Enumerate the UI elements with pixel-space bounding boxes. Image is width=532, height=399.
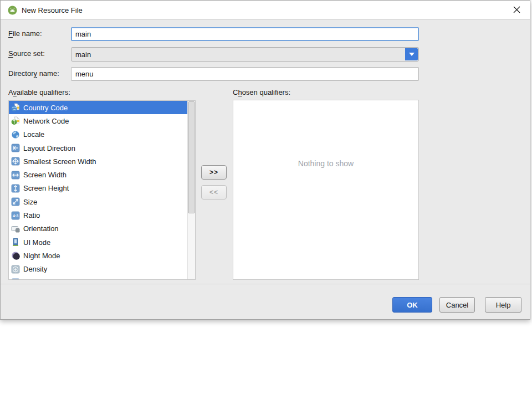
touch-screen-icon (11, 278, 20, 279)
ok-button[interactable]: OK (392, 297, 432, 313)
qualifier-list-item[interactable]: Screen Height (9, 182, 187, 195)
add-qualifier-button[interactable]: >> (201, 165, 227, 180)
directory-name-label: Directory name: (8, 69, 59, 78)
qualifier-list-item[interactable]: Night Mode (9, 249, 187, 262)
orientation-icon (11, 224, 20, 233)
help-button[interactable]: Help (485, 297, 521, 313)
qualifier-label: Night Mode (23, 252, 60, 260)
new-resource-file-dialog: New Resource File File name: Source set:… (0, 0, 530, 320)
chosen-qualifiers-panel: Nothing to show (233, 100, 419, 280)
qualifier-list-item[interactable]: Size (9, 195, 187, 208)
qualifier-list-item[interactable]: Network Code (9, 114, 187, 127)
qualifier-list-item[interactable]: Country Code (9, 101, 187, 114)
qualifier-label: Layout Direction (23, 144, 75, 152)
source-set-value: main (75, 50, 91, 59)
remove-qualifier-button[interactable]: << (201, 185, 227, 200)
chevron-down-icon (409, 53, 415, 56)
dialog-titlebar: New Resource File (1, 1, 530, 20)
scrollbar-thumb[interactable] (188, 101, 195, 213)
qualifier-label: Orientation (23, 224, 59, 233)
qualifier-list-item[interactable]: Screen Width (9, 168, 187, 181)
qualifier-list-item[interactable]: UI Mode (9, 236, 187, 249)
screen-height-icon (11, 184, 20, 193)
qualifier-list-item[interactable]: Density (9, 263, 187, 276)
directory-name-input[interactable] (71, 67, 419, 81)
file-name-label: File name: (8, 29, 42, 38)
qualifier-label: UI Mode (23, 238, 50, 247)
available-qualifiers-label: Available qualifiers: (8, 88, 70, 96)
ui-mode-icon (11, 238, 20, 247)
qualifier-list-item[interactable]: Orientation (9, 222, 187, 236)
qualifier-label: Smallest Screen Width (23, 157, 96, 166)
qualifier-label: Size (23, 198, 37, 206)
night-mode-icon (11, 251, 20, 260)
qualifier-label: Locale (23, 130, 44, 139)
dialog-title: New Resource File (22, 6, 83, 14)
network-code-icon (11, 116, 20, 125)
source-set-dropdown-button[interactable] (405, 48, 418, 60)
empty-list-message: Nothing to show (233, 159, 418, 168)
density-icon (11, 265, 20, 274)
close-icon (513, 6, 520, 15)
chosen-qualifiers-label: Chosen qualifiers: (233, 88, 290, 96)
android-logo-icon (8, 6, 17, 15)
source-set-label: Source set: (8, 49, 45, 58)
source-set-combobox[interactable]: main (71, 47, 419, 62)
size-icon (11, 197, 20, 206)
country-code-icon (11, 103, 20, 112)
qualifier-label: Network Code (23, 117, 69, 125)
footer-separator (1, 284, 530, 284)
qualifier-list-item[interactable] (9, 276, 187, 279)
qualifier-label: Ratio (23, 211, 40, 219)
qualifier-label: Screen Width (23, 171, 66, 179)
list-scrollbar[interactable] (187, 101, 195, 279)
screen-width-icon (11, 171, 20, 180)
svg-text:4:3: 4:3 (13, 213, 18, 217)
locale-icon (11, 130, 20, 139)
qualifier-list-item[interactable]: Smallest Screen Width (9, 155, 187, 168)
close-button[interactable] (510, 4, 523, 17)
qualifier-list-item[interactable]: Locale (9, 128, 187, 141)
qualifier-list-item[interactable]: 4:3Ratio (9, 208, 187, 222)
layout-direction-icon (11, 144, 20, 152)
ratio-icon: 4:3 (11, 211, 20, 220)
cancel-button[interactable]: Cancel (439, 297, 475, 313)
qualifier-label: Country Code (23, 104, 68, 112)
qualifier-label: Density (23, 265, 47, 273)
smallest-screen-width-icon (11, 157, 20, 166)
available-qualifiers-list[interactable]: Country CodeNetwork CodeLocaleLayout Dir… (8, 100, 196, 280)
qualifier-label: Screen Height (23, 184, 69, 192)
qualifier-list-item[interactable]: Layout Direction (9, 141, 187, 155)
file-name-input[interactable] (71, 27, 419, 41)
